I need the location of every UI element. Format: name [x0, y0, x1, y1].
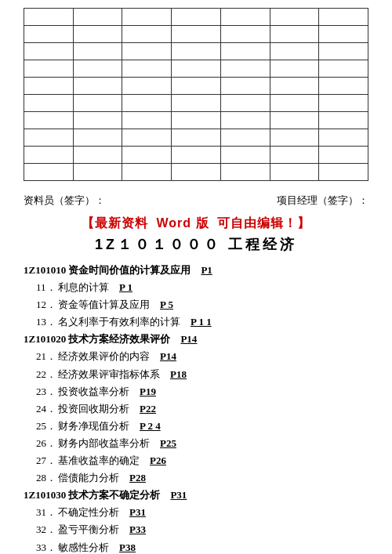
table-cell: [270, 95, 319, 112]
toc-item-text: 投资回收期分析: [58, 400, 140, 418]
toc-item-num: 22．: [36, 366, 58, 383]
table-cell: [73, 78, 122, 95]
table-cell: [319, 26, 368, 43]
toc-item: 33．敏感性分析 P38: [24, 539, 368, 555]
table-cell: [73, 9, 122, 26]
toc-item-page: P26: [150, 452, 166, 469]
table-row: [24, 112, 368, 129]
table-cell: [270, 112, 319, 129]
toc-item: 28．偿债能力分析 P28: [24, 469, 368, 487]
table-cell: [73, 43, 122, 60]
toc-item-num: 21．: [36, 348, 58, 365]
toc-section-page: P31: [170, 487, 187, 504]
title-text3: 版: [191, 216, 209, 230]
table-cell: [122, 78, 172, 95]
toc-item-page: P25: [160, 435, 176, 452]
table-cell: [172, 112, 221, 129]
table-cell: [172, 9, 221, 26]
table-cell: [73, 147, 122, 164]
toc-item: 32．盈亏平衡分析 P33: [24, 521, 368, 538]
table-cell: [24, 129, 74, 147]
table-cell: [270, 9, 319, 26]
table-cell: [24, 26, 74, 43]
title-text4: 可自由编辑！: [217, 216, 297, 230]
toc-item: 12．资金等值计算及应用 P 5: [24, 296, 368, 313]
toc-item-page: P38: [119, 539, 136, 555]
table-row: [24, 164, 368, 181]
table-cell: [319, 147, 368, 164]
table-cell: [122, 147, 172, 164]
table-cell: [319, 164, 368, 181]
table-cell: [24, 78, 74, 95]
title-bracket-right: 】: [297, 216, 310, 230]
toc-section-label: 1Z101020 技术方案经济效果评价: [24, 331, 180, 348]
table-row: [24, 9, 368, 26]
toc-item-page: P18: [170, 366, 187, 383]
table-cell: [172, 60, 221, 78]
toc-item-text: 经济效果评审指标体系: [58, 366, 170, 383]
toc-item-num: 12．: [36, 296, 58, 313]
toc-item: 22．经济效果评审指标体系 P18: [24, 366, 368, 383]
toc-item: 13．名义利率于有效利率的计算 P 1 1: [24, 313, 368, 331]
table-cell: [319, 9, 368, 26]
page-container: 资料员（签字）： 项目经理（签字）： 【最新资料 Word 版 可自由编辑！】 …: [0, 0, 392, 554]
table-cell: [220, 164, 270, 181]
table-cell: [220, 9, 270, 26]
header-table: [24, 8, 368, 181]
toc-item-text: 资金等值计算及应用: [58, 296, 160, 313]
table-cell: [220, 26, 270, 43]
table-row: [24, 60, 368, 78]
table-cell: [172, 129, 221, 147]
table-cell: [270, 60, 319, 78]
table-cell: [172, 95, 221, 112]
toc-item: 11．利息的计算 P 1: [24, 279, 368, 296]
title-text1: 最新资料: [95, 216, 148, 230]
table-cell: [220, 129, 270, 147]
toc-item-text: 财务内部收益率分析: [58, 435, 160, 452]
table-cell: [319, 95, 368, 112]
toc-item-num: 27．: [36, 452, 58, 469]
table-cell: [270, 147, 319, 164]
toc-section-header: 1Z101010 资金时间价值的计算及应用 P1: [24, 262, 368, 279]
table-cell: [73, 164, 122, 181]
table-cell: [220, 95, 270, 112]
table-row: [24, 147, 368, 164]
table-cell: [319, 60, 368, 78]
toc-section-header: 1Z101020 技术方案经济效果评价 P14: [24, 331, 368, 348]
toc-item-text: 投资收益率分析: [58, 383, 140, 400]
table-cell: [220, 112, 270, 129]
table-cell: [220, 60, 270, 78]
table-cell: [122, 95, 172, 112]
table-cell: [172, 78, 221, 95]
title-word: Word: [156, 216, 191, 230]
toc-item-page: P14: [160, 348, 176, 365]
table-cell: [172, 26, 221, 43]
toc-item: 26．财务内部收益率分析 P25: [24, 435, 368, 452]
table-cell: [122, 43, 172, 60]
table-cell: [73, 129, 122, 147]
table-cell: [270, 164, 319, 181]
table-row: [24, 26, 368, 43]
toc-item-num: 26．: [36, 435, 58, 452]
toc-item-text: 盈亏平衡分析: [58, 521, 129, 538]
table-cell: [270, 78, 319, 95]
toc-item-num: 31．: [36, 504, 58, 521]
toc-item: 27．基准收益率的确定 P26: [24, 452, 368, 469]
table-cell: [270, 129, 319, 147]
table-cell: [73, 112, 122, 129]
toc-item-page: P28: [129, 469, 146, 487]
toc-item-num: 33．: [36, 539, 58, 555]
table-row: [24, 78, 368, 95]
toc-item-text: 敏感性分析: [58, 539, 119, 555]
table-row: [24, 43, 368, 60]
table-cell: [172, 147, 221, 164]
toc-item-text: 名义利率于有效利率的计算: [58, 313, 191, 331]
table-row: [24, 95, 368, 112]
toc-item: 23．投资收益率分析 P19: [24, 383, 368, 400]
table-cell: [270, 26, 319, 43]
table-cell: [122, 26, 172, 43]
table-cell: [24, 112, 74, 129]
sub-title: 1Z１０１０００ 工程经济: [24, 235, 368, 254]
table-cell: [24, 43, 74, 60]
table-cell: [220, 78, 270, 95]
